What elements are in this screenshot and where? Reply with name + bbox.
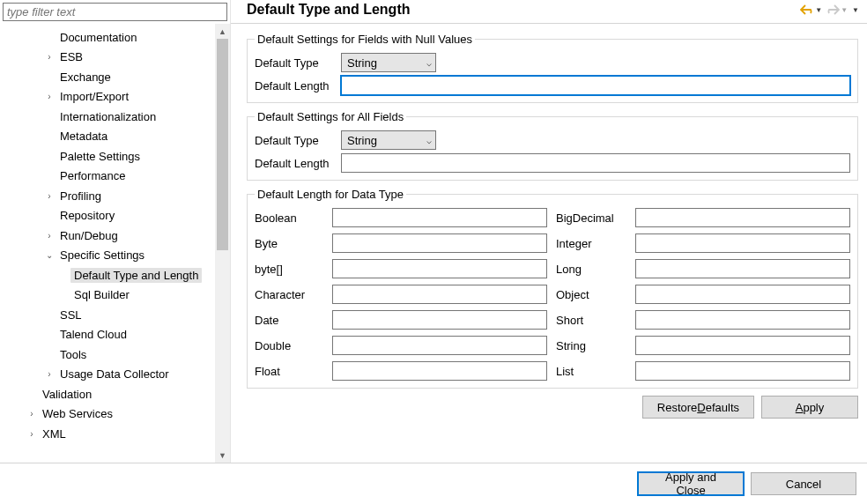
- datatype-label: String: [556, 339, 626, 352]
- chevron-right-icon[interactable]: ›: [42, 191, 56, 201]
- tree-item-label: Performance: [56, 168, 129, 183]
- chevron-down-icon[interactable]: ⌄: [42, 250, 56, 260]
- chevron-down-icon: ▼: [841, 6, 848, 14]
- scroll-up-icon[interactable]: ▲: [215, 24, 230, 39]
- tree-item-label: Import/Export: [56, 89, 132, 104]
- tree-item[interactable]: SSL: [0, 305, 215, 325]
- datatype-length-input[interactable]: [332, 259, 547, 278]
- tree-item-label: ESB: [56, 49, 86, 64]
- nav-back-button[interactable]: ▼: [799, 4, 823, 15]
- datatype-length-input[interactable]: [332, 285, 547, 304]
- tree-item[interactable]: Repository: [0, 206, 215, 226]
- apply-button[interactable]: Apply: [761, 396, 858, 419]
- tree-item-label: Internationalization: [56, 109, 159, 124]
- chevron-right-icon[interactable]: ›: [42, 52, 56, 62]
- null-type-label: Default Type: [255, 56, 341, 70]
- datatype-length-input[interactable]: [332, 233, 547, 253]
- cancel-button[interactable]: Cancel: [751, 472, 856, 495]
- tree-item[interactable]: Exchange: [0, 67, 215, 87]
- datatype-label: Date: [255, 314, 323, 327]
- datatype-length-input[interactable]: [635, 233, 850, 253]
- chevron-right-icon[interactable]: ›: [25, 429, 39, 439]
- datatype-length-input[interactable]: [332, 208, 547, 227]
- tree-item[interactable]: Documentation: [0, 27, 215, 48]
- tree-item[interactable]: Metadata: [0, 127, 215, 147]
- chevron-right-icon[interactable]: ›: [25, 409, 39, 419]
- chevron-down-icon: ▼: [852, 6, 859, 14]
- null-length-input[interactable]: [341, 76, 850, 95]
- scroll-down-icon[interactable]: ▼: [215, 448, 230, 463]
- tree-item[interactable]: ›ESB: [0, 48, 215, 68]
- tree-item-label: Default Type and Length: [70, 268, 202, 283]
- tree-item[interactable]: Validation: [0, 384, 215, 404]
- datatype-length-input[interactable]: [635, 208, 850, 227]
- filter-input[interactable]: [3, 3, 227, 21]
- datatype-length-input[interactable]: [635, 336, 850, 355]
- datatype-length-input[interactable]: [332, 310, 547, 330]
- datatype-label: Integer: [556, 237, 626, 250]
- chevron-right-icon[interactable]: ›: [42, 369, 56, 379]
- chevron-right-icon[interactable]: ›: [42, 92, 56, 101]
- tree-item-label: Tools: [56, 347, 90, 362]
- datatype-label: Byte: [255, 237, 323, 250]
- all-type-select[interactable]: String ⌵: [341, 130, 436, 150]
- datatype-label: Double: [255, 339, 323, 352]
- tree-item[interactable]: Internationalization: [0, 107, 215, 127]
- page-menu-button[interactable]: ▼: [850, 6, 860, 14]
- datatype-length-input[interactable]: [332, 336, 547, 355]
- legend-null: Default Settings for Fields with Null Va…: [255, 33, 475, 46]
- tree-item-label: SSL: [56, 308, 85, 322]
- datatype-length-input[interactable]: [332, 361, 547, 381]
- tree-item[interactable]: ›Usage Data Collector: [0, 365, 215, 385]
- fieldset-all-fields: Default Settings for All Fields Default …: [247, 110, 858, 181]
- tree-item[interactable]: ⌄Specific Settings: [0, 246, 215, 266]
- tree-item[interactable]: Performance: [0, 167, 215, 187]
- sidebar: Documentation›ESBExchange›Import/ExportI…: [0, 0, 231, 463]
- all-length-input[interactable]: [341, 153, 850, 173]
- tree-item-label: Web Services: [39, 406, 116, 421]
- null-length-label: Default Length: [255, 79, 341, 93]
- datatype-label: Float: [255, 365, 323, 378]
- tree-item-label: Profiling: [56, 189, 105, 204]
- datatype-label: Object: [556, 288, 626, 301]
- tree-item[interactable]: Talend Cloud: [0, 325, 215, 345]
- tree-item[interactable]: ›Web Services: [0, 404, 215, 425]
- tree-item[interactable]: ›Import/Export: [0, 87, 215, 107]
- datatype-label: List: [556, 365, 626, 378]
- chevron-right-icon[interactable]: ›: [42, 231, 56, 241]
- tree-item-label: Repository: [56, 208, 118, 223]
- dialog-footer: Apply and Close Cancel: [0, 463, 867, 504]
- tree-item-label: Validation: [39, 387, 95, 402]
- datatype-label: Boolean: [255, 211, 323, 225]
- legend-all: Default Settings for All Fields: [255, 110, 406, 123]
- datatype-length-input[interactable]: [635, 259, 850, 278]
- tree-item[interactable]: Palette Settings: [0, 146, 215, 167]
- all-length-label: Default Length: [255, 157, 341, 170]
- fieldset-null-values: Default Settings for Fields with Null Va…: [247, 33, 858, 103]
- tree-item-label: Sql Builder: [70, 287, 133, 302]
- tree-item[interactable]: Sql Builder: [0, 285, 215, 306]
- page-title: Default Type and Length: [247, 2, 410, 18]
- null-type-select[interactable]: String ⌵: [341, 53, 436, 72]
- all-type-value: String: [347, 134, 377, 147]
- tree-item[interactable]: ›Run/Debug: [0, 226, 215, 246]
- tree-item-label: Specific Settings: [56, 248, 148, 263]
- preferences-tree[interactable]: Documentation›ESBExchange›Import/ExportI…: [0, 24, 215, 463]
- tree-item[interactable]: ›Profiling: [0, 186, 215, 206]
- fieldset-data-type-lengths: Default Length for Data Type BooleanBigD…: [247, 188, 858, 389]
- restore-defaults-button[interactable]: Restore Defaults: [642, 396, 754, 419]
- tree-item[interactable]: ›XML: [0, 424, 215, 444]
- datatype-length-input[interactable]: [635, 361, 850, 381]
- datatype-length-input[interactable]: [635, 310, 850, 330]
- datatype-length-input[interactable]: [635, 285, 850, 304]
- nav-forward-button[interactable]: ▼: [825, 4, 848, 15]
- datatype-label: Short: [556, 314, 626, 327]
- tree-item-label: Exchange: [56, 70, 115, 85]
- tree-scrollbar[interactable]: ▲ ▼: [215, 24, 230, 463]
- apply-and-close-button[interactable]: Apply and Close: [638, 472, 744, 495]
- tree-item-label: Run/Debug: [56, 228, 122, 243]
- tree-item[interactable]: Default Type and Length: [0, 265, 215, 285]
- tree-item-label: Documentation: [56, 30, 140, 45]
- scrollbar-thumb[interactable]: [217, 39, 228, 250]
- tree-item[interactable]: Tools: [0, 345, 215, 365]
